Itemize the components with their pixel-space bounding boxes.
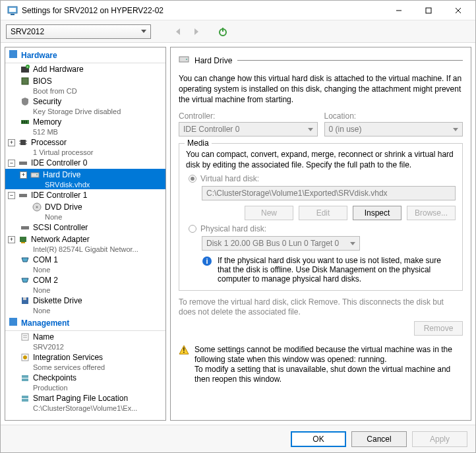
settings-window: Settings for SRV2012 on HYPERV22-02 SRV2… [0, 0, 476, 453]
ok-button[interactable]: OK [291, 431, 346, 447]
svg-rect-43 [22, 378, 28, 381]
tree-ide0[interactable]: −IDE Controller 0 [5, 157, 165, 169]
svg-marker-7 [176, 28, 180, 35]
media-desc: You can compact, convert, expand, merge,… [186, 149, 456, 170]
svg-point-41 [23, 355, 27, 359]
management-icon [9, 318, 17, 328]
tree-name-sub: SRV2012 [5, 343, 165, 351]
close-button[interactable] [443, 1, 473, 20]
vhd-radio: Virtual hard disk: [189, 174, 456, 183]
hard-drive-icon [179, 54, 189, 67]
collapse-icon[interactable]: − [8, 160, 15, 167]
nav-back-button[interactable] [171, 24, 185, 39]
hardware-section-header: Hardware [5, 47, 165, 63]
tree-diskette-sub: None [5, 307, 165, 315]
detail-panel: Hard Drive You can change how this virtu… [170, 47, 471, 421]
expand-icon[interactable]: + [8, 236, 15, 243]
power-button[interactable] [216, 24, 230, 39]
tree-smart-paging[interactable]: Smart Paging File Location [5, 392, 165, 404]
tree-memory-sub: 512 MB [5, 128, 165, 136]
svg-rect-26 [31, 173, 39, 177]
browse-button: Browse... [407, 206, 456, 220]
tree-com2-sub: None [5, 286, 165, 295]
tree-network-sub: Intel(R) 82574L Gigabit Networ... [5, 245, 165, 254]
edit-button: Edit [299, 206, 347, 220]
name-icon [20, 332, 30, 342]
expand-icon[interactable]: + [20, 171, 27, 179]
svg-rect-20 [20, 140, 26, 145]
window-title: Settings for SRV2012 on HYPERV22-02 [22, 6, 384, 15]
toolbar: SRV2012 [1, 20, 475, 43]
svg-text:+: + [26, 65, 29, 69]
radio-icon [189, 175, 196, 183]
collapse-icon[interactable]: − [8, 192, 15, 199]
dvd-icon [32, 202, 42, 212]
titlebar: Settings for SRV2012 on HYPERV22-02 [1, 1, 475, 20]
maximize-button[interactable] [413, 1, 443, 20]
memory-icon [20, 117, 30, 127]
tree-add-hardware[interactable]: +Add Hardware [5, 63, 165, 75]
svg-rect-25 [19, 162, 27, 165]
phd-info-text: If the physical hard disk you want to us… [218, 256, 456, 284]
media-groupbox: Media You can compact, convert, expand, … [179, 143, 463, 291]
cancel-button[interactable]: Cancel [351, 431, 407, 447]
tree-memory[interactable]: Memory [5, 116, 165, 128]
tree-paging-sub: C:\ClusterStorage\Volume1\Ex... [5, 404, 165, 413]
tree-checkpoints[interactable]: Checkpoints [5, 372, 165, 384]
tree-integration[interactable]: Integration Services [5, 351, 165, 363]
management-section-header: Management [5, 315, 165, 331]
remove-button: Remove [414, 321, 463, 336]
tree-diskette[interactable]: Diskette Drive [5, 295, 165, 307]
new-button: New [245, 206, 293, 220]
phd-select: Disk 1 20.00 GB Bus 0 Lun 0 Target 0 [202, 236, 360, 251]
tree-network-adapter[interactable]: +Network Adapter [5, 233, 165, 245]
dialog-footer: OK Cancel Apply [1, 425, 475, 452]
processor-icon [18, 137, 28, 148]
checkpoints-icon [20, 373, 30, 383]
tree-processor-sub: 1 Virtual processor [5, 148, 165, 157]
location-select: 0 (in use) [324, 122, 463, 136]
expand-icon[interactable]: + [8, 139, 15, 146]
radio-icon [189, 225, 196, 233]
panel-intro: You can change how this virtual hard dis… [179, 73, 463, 105]
panel-heading: Hard Drive [194, 56, 232, 65]
svg-rect-45 [22, 399, 28, 402]
media-title: Media [185, 138, 212, 148]
svg-point-30 [36, 206, 38, 208]
svg-rect-2 [11, 14, 15, 15]
tree-com1[interactable]: COM 1 [5, 254, 165, 266]
hardware-icon [9, 50, 17, 60]
tree-bios[interactable]: BIOS [5, 75, 165, 87]
tree-hard-drive[interactable]: +Hard Drive [5, 169, 165, 181]
app-icon [7, 5, 18, 16]
tree-scsi[interactable]: SCSI Controller [5, 222, 165, 233]
tree-security[interactable]: Security [5, 96, 165, 107]
com-port-icon [20, 275, 30, 286]
settings-tree[interactable]: Hardware +Add Hardware BIOSBoot from CD … [5, 47, 166, 421]
bios-icon [20, 76, 30, 86]
tree-ide1[interactable]: −IDE Controller 1 [5, 189, 165, 201]
vm-selector[interactable]: SRV2012 [6, 24, 151, 39]
svg-rect-28 [19, 194, 27, 197]
tree-dvd-sub: None [5, 213, 165, 222]
tree-integration-sub: Some services offered [5, 363, 165, 372]
diskette-icon [20, 295, 30, 306]
svg-rect-1 [9, 8, 16, 12]
tree-com2[interactable]: COM 2 [5, 274, 165, 286]
tree-dvd-drive[interactable]: DVD Drive [5, 201, 165, 213]
controller-select: IDE Controller 0 [179, 122, 318, 136]
svg-rect-37 [22, 334, 28, 340]
svg-rect-35 [23, 297, 26, 300]
info-icon: i [202, 256, 212, 266]
vm-selector-value: SRV2012 [11, 27, 44, 36]
nav-forward-button[interactable] [189, 24, 204, 39]
tree-processor[interactable]: +Processor [5, 136, 165, 148]
tree-name[interactable]: Name [5, 331, 165, 343]
inspect-button[interactable]: Inspect [353, 206, 402, 220]
svg-rect-18 [24, 121, 25, 123]
minimize-button[interactable] [384, 1, 413, 20]
tree-com1-sub: None [5, 266, 165, 274]
tree-hard-drive-sub: SRVdisk.vhdx [5, 181, 165, 189]
svg-rect-32 [20, 237, 26, 242]
svg-point-47 [186, 59, 187, 60]
